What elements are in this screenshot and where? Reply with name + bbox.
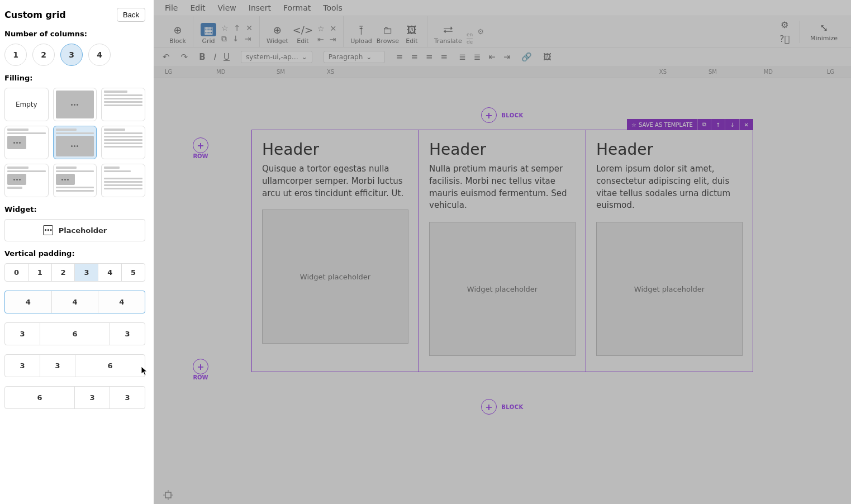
filling-option-5[interactable] [101, 126, 145, 159]
layout-row-0[interactable]: 4 4 4 [4, 291, 145, 313]
arrow-up-icon[interactable]: ↑ [234, 23, 241, 32]
code-icon: </> [293, 23, 313, 36]
block-tool[interactable]: ⊕Block [169, 23, 186, 45]
layout-row-2[interactable]: 3 3 6 [4, 354, 145, 377]
column-option-4[interactable]: 4 [88, 44, 111, 66]
menu-format[interactable]: Format [283, 3, 311, 12]
column-option-3[interactable]: 3 [60, 44, 83, 66]
move-down-button[interactable]: ↓ [725, 119, 739, 130]
menu-view[interactable]: View [218, 3, 236, 12]
close-block-button[interactable]: ✕ [739, 119, 753, 130]
underline-icon[interactable]: U [224, 52, 230, 62]
menu-tools[interactable]: Tools [323, 3, 343, 12]
layout-row-1[interactable]: 3 6 3 [4, 322, 145, 345]
back-button[interactable]: Back [117, 8, 145, 22]
copy-block-button[interactable]: ⧉ [697, 119, 711, 130]
indent-icon[interactable]: ⇥ [330, 35, 336, 44]
sliders-icon[interactable]: ⚙ [477, 27, 484, 36]
settings-icon[interactable]: ⚙ [781, 20, 788, 30]
image-icon[interactable]: 🖼 [543, 52, 552, 62]
paragraph-style-selector[interactable]: Paragraph⌄ [324, 51, 385, 63]
bold-icon[interactable]: B [199, 52, 205, 62]
outdent-icon[interactable]: ⇤ [488, 52, 496, 62]
save-as-template-button[interactable]: ☆SAVE AS TEMPLATE [627, 119, 697, 130]
toolbar-left: ⊕Block ▦Grid ☆↑✕ ⧉↓⇥ ⊕Widget </>Edit ☆✕ … [163, 16, 491, 47]
widget-placeholder[interactable]: Widget placeholder [262, 210, 408, 344]
add-row-bottom[interactable]: + ROW [193, 359, 208, 381]
image-icon: 🖼 [407, 23, 417, 36]
menu-insert[interactable]: Insert [249, 3, 271, 12]
filling-option-6[interactable] [4, 164, 49, 197]
grid-column-2[interactable]: Header Lorem ipsum dolor sit amet, conse… [586, 130, 753, 372]
help-icon[interactable]: ?⃝ [779, 34, 790, 44]
list-ordered-icon[interactable]: ≣ [474, 52, 481, 62]
star-icon[interactable]: ☆ [221, 23, 229, 32]
redo-icon[interactable]: ↷ [181, 52, 188, 62]
layout-cell: 3 [5, 355, 40, 377]
filling-option-7[interactable] [53, 164, 97, 197]
close-icon[interactable]: ✕ [246, 23, 253, 32]
arrow-down-icon[interactable]: ↓ [232, 34, 239, 44]
padding-option-5[interactable]: 5 [122, 264, 145, 281]
widget-mini-actions: ☆✕ ⇤⇥ [317, 23, 336, 45]
translate-tool[interactable]: ⮂Translate [434, 23, 462, 45]
column-option-2[interactable]: 2 [32, 44, 55, 66]
outdent-icon[interactable]: ⇤ [317, 35, 324, 44]
browse-tool[interactable]: 🗀Browse [377, 23, 399, 45]
padding-options: 0 1 2 3 4 5 [4, 263, 145, 282]
align-left-icon[interactable]: ≡ [396, 52, 403, 62]
filling-option-4[interactable] [53, 126, 97, 159]
close-icon[interactable]: ✕ [330, 24, 337, 33]
column-option-1[interactable]: 1 [4, 44, 27, 66]
menu-file[interactable]: File [165, 3, 178, 12]
widget-tool[interactable]: ⊕Widget [267, 23, 288, 45]
padding-option-3[interactable]: 3 [75, 264, 98, 281]
indent-icon[interactable]: ⇥ [503, 52, 511, 62]
grid-column-1[interactable]: Header Nulla pretium mauris at semper fa… [419, 130, 586, 372]
edit-widget-tool[interactable]: </>Edit [293, 23, 313, 45]
undo-icon[interactable]: ↶ [163, 52, 170, 62]
italic-icon[interactable]: I [213, 52, 216, 62]
widget-placeholder[interactable]: Widget placeholder [596, 222, 743, 356]
layout-cell: 3 [110, 387, 145, 408]
filling-option-1[interactable] [53, 88, 97, 121]
font-selector[interactable]: system-ui,-ap…⌄ [241, 51, 312, 63]
grid-column-0[interactable]: Header Quisque a tortor egestas nulla ul… [252, 130, 419, 372]
grid-block[interactable]: ☆SAVE AS TEMPLATE ⧉ ↑ ↓ ✕ Header Quisque… [251, 130, 753, 372]
filling-option-8[interactable] [101, 164, 145, 197]
padding-option-4[interactable]: 4 [98, 264, 122, 281]
add-row-top[interactable]: + ROW [193, 137, 208, 159]
align-right-icon[interactable]: ≡ [426, 52, 433, 62]
layout-row-3[interactable]: 6 3 3 [4, 386, 145, 409]
minimize-button[interactable]: ⤡Minimize [810, 22, 838, 42]
padding-option-1[interactable]: 1 [28, 264, 52, 281]
widget-placeholder[interactable]: Widget placeholder [429, 222, 576, 356]
link-icon[interactable]: 🔗 [521, 52, 532, 62]
grid-tool[interactable]: ▦Grid [200, 23, 217, 45]
add-block-bottom[interactable]: + BLOCK [154, 399, 851, 415]
filling-option-2[interactable] [101, 88, 145, 121]
chevron-down-icon: ⌄ [302, 53, 307, 61]
menu-edit[interactable]: Edit [190, 3, 205, 12]
move-up-button[interactable]: ↑ [711, 119, 725, 130]
padding-option-0[interactable]: 0 [5, 264, 28, 281]
align-center-icon[interactable]: ≡ [411, 52, 418, 62]
copy-icon[interactable]: ⧉ [221, 34, 227, 44]
sidebar-title: Custom grid [4, 9, 66, 20]
edit-image-tool[interactable]: 🖼Edit [403, 23, 420, 45]
filling-option-3[interactable] [4, 126, 49, 159]
list-unordered-icon[interactable]: ≣ [459, 52, 466, 62]
star-icon[interactable]: ☆ [317, 24, 325, 33]
align-justify-icon[interactable]: ≡ [441, 52, 448, 62]
column-text: Quisque a tortor egestas nulla ullamcorp… [262, 163, 408, 199]
bp-md-r: MD [764, 69, 773, 75]
padding-label: Vertical padding: [4, 249, 145, 258]
widget-selector[interactable]: ••• Placeholder [4, 219, 145, 241]
canvas-anchor-icon[interactable] [163, 489, 174, 501]
filling-option-empty[interactable]: Empty [4, 88, 49, 121]
padding-option-2[interactable]: 2 [52, 264, 75, 281]
upload-tool[interactable]: ⭱Upload [350, 23, 372, 45]
split-icon[interactable]: ⇥ [245, 34, 251, 44]
grid-mini-actions: ☆↑✕ ⧉↓⇥ [221, 22, 253, 45]
format-bar: ↶ ↷ B I U system-ui,-ap…⌄ Paragraph⌄ ≡ ≡… [154, 47, 851, 67]
